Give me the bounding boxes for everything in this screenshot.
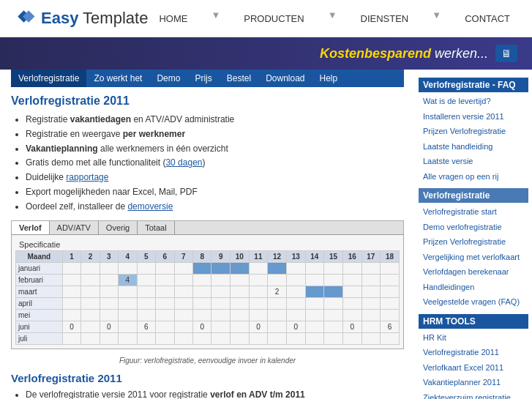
sub-nav: Verlofregistratie Zo werkt het Demo Prij… — [11, 70, 404, 87]
screenshot-area: Verlof ADV/ATV Overig Totaal Specificati… — [11, 220, 404, 349]
sidebar-hrm-title: HRM TOOLS — [419, 314, 528, 329]
sidebar-link-levertijd[interactable]: Wat is de levertijd? — [419, 94, 528, 109]
sidebar-link-start[interactable]: Verlofregistratie start — [419, 204, 528, 220]
sidebar-link-prijzen2[interactable]: Prijzen Verlofregistratie — [419, 234, 528, 250]
subnav-download[interactable]: Download — [258, 70, 312, 87]
content-area: Verlofregistratie Zo werkt het Demo Prij… — [0, 70, 415, 399]
sidebar-reg-title: Verlofregistratie — [419, 188, 528, 203]
table-row: mei — [16, 309, 400, 321]
subnav-prijs[interactable]: Prijs — [187, 70, 219, 87]
link-30days[interactable]: 30 dagen — [165, 157, 202, 168]
subnav-verlofregistratie[interactable]: Verlofregistratie — [11, 70, 86, 87]
tab-verlof[interactable]: Verlof — [12, 221, 50, 234]
sidebar-link-ziekte[interactable]: Ziekteverzuim registratie — [419, 390, 528, 400]
section2-title: Verlofregistratie 2011 — [11, 372, 404, 384]
link-demoversie[interactable]: demoversie — [127, 201, 173, 212]
nav-diensten[interactable]: DIENSTEN — [353, 10, 416, 28]
content-list: Registratie vakantiedagen en ATV/ADV adm… — [26, 113, 404, 213]
col-maand: Maand — [16, 250, 63, 262]
sidebar-link-vakantie[interactable]: Vakantieplanner 2011 — [419, 375, 528, 390]
list-item: Oordeel zelf, installeer de demoversie — [26, 201, 404, 213]
table-row: juni 00600006 — [16, 321, 400, 332]
table-row: januari — [16, 262, 400, 274]
logo-text: Easy Template — [41, 9, 148, 28]
logo-icon — [15, 7, 37, 29]
sidebar-link-prijzen[interactable]: Prijzen Verlofregistratie — [419, 124, 528, 139]
nav-contact[interactable]: CONTACT — [457, 10, 517, 28]
banner-icon: 🖥 — [495, 45, 517, 62]
tab-totaal[interactable]: Totaal — [138, 221, 174, 234]
table-row: februari 4 — [16, 274, 400, 286]
figure-caption: Figuur: verlofregistratie, eenvoudige in… — [11, 357, 404, 365]
table-row: maart 2 — [16, 286, 400, 297]
logo: Easy Template — [15, 7, 148, 29]
table-row: april — [16, 297, 400, 309]
header: Easy Template HOME ▼ PRODUCTEN ▼ DIENSTE… — [0, 0, 532, 37]
nav-divider2: ▼ — [328, 10, 337, 28]
sidebar-link-installeren[interactable]: Installeren versie 2011 — [419, 109, 528, 124]
sidebar-link-demo[interactable]: Demo verlofregistratie — [419, 220, 528, 235]
sidebar-link-veelgestelde[interactable]: Veelgestelde vragen (FAQ) — [419, 294, 528, 310]
link-rapportage[interactable]: rapportage — [66, 172, 108, 182]
sidebar-link-handleiding[interactable]: Laatste handleiding — [419, 139, 528, 154]
sidebar-link-verlof2011[interactable]: Verlofregistratie 2011 — [419, 345, 528, 360]
nav-divider3: ▼ — [432, 10, 441, 28]
nav-divider: ▼ — [211, 10, 220, 28]
sidebar-faq-title: Verlofregistratie - FAQ — [419, 78, 528, 92]
page-title: Verlofregistratie 2011 — [11, 94, 404, 108]
data-table: Maand 1 2 3 4 5 6 7 8 9 10 11 12 — [15, 250, 400, 345]
banner: Kostenbesparend werken... 🖥 — [0, 37, 532, 70]
sidebar-link-hrkit[interactable]: HR Kit — [419, 330, 528, 346]
subnav-demo[interactable]: Demo — [149, 70, 187, 87]
list-item: De verlofregistratie versie 2011 voor re… — [26, 389, 404, 399]
section2-list: De verlofregistratie versie 2011 voor re… — [26, 389, 404, 399]
sidebar-link-handleidingen[interactable]: Handleidingen — [419, 280, 528, 295]
sidebar-link-verlofkaart[interactable]: Verlofkaart Excel 2011 — [419, 360, 528, 376]
sidebar-link-vergelijking[interactable]: Vergelijking met verlofkaart — [419, 250, 528, 265]
tab-advAtv[interactable]: ADV/ATV — [50, 221, 99, 234]
tab-overig[interactable]: Overig — [99, 221, 138, 234]
sidebar-link-vragen[interactable]: Alle vragen op een rij — [419, 169, 528, 184]
subnav-zo-werkt-het[interactable]: Zo werkt het — [86, 70, 149, 87]
sidebar-link-berekenaar[interactable]: Verlofdagen berekenaar — [419, 264, 528, 280]
list-item: Export mogelijkheden naar Excel, Mail, P… — [26, 186, 404, 198]
nav-home[interactable]: HOME — [151, 10, 195, 28]
banner-text: Kostenbesparend werken... — [320, 46, 488, 61]
list-item: Vakantieplanning alle werknemers in één … — [26, 143, 404, 155]
sidebar: Verlofregistratie - FAQ Wat is de levert… — [415, 70, 532, 399]
main-layout: Verlofregistratie Zo werkt het Demo Prij… — [0, 70, 532, 399]
top-nav: HOME ▼ PRODUCTEN ▼ DIENSTEN ▼ CONTACT — [151, 10, 517, 28]
list-item: Registratie vakantiedagen en ATV/ADV adm… — [26, 113, 404, 126]
nav-producten[interactable]: PRODUCTEN — [236, 10, 311, 28]
sidebar-link-versie[interactable]: Laatste versie — [419, 154, 528, 169]
table-row: juli — [16, 332, 400, 344]
table-container: Specificatie Maand 1 2 3 4 5 6 7 8 — [12, 235, 403, 348]
spec-label: Specificatie — [15, 239, 400, 250]
list-item: Gratis demo met alle functionaliteit (30… — [26, 157, 404, 169]
tab-bar: Verlof ADV/ATV Overig Totaal — [12, 221, 403, 235]
list-item: Registratie en weergave per werknemer — [26, 128, 404, 141]
subnav-bestel[interactable]: Bestel — [220, 70, 258, 87]
subnav-help[interactable]: Help — [312, 70, 345, 87]
list-item: Duidelijke rapportage — [26, 171, 404, 184]
